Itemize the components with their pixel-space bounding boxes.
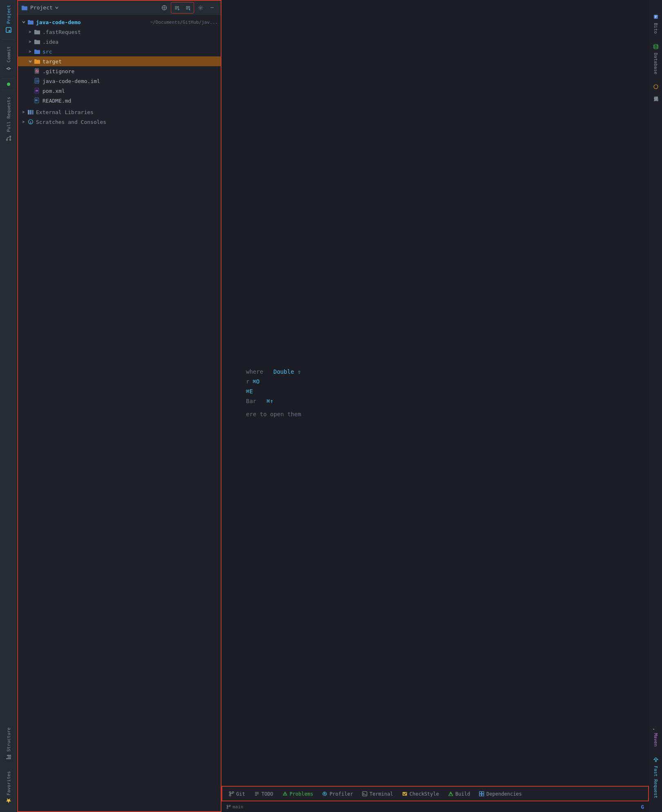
arrow-fastRequest: [27, 29, 34, 35]
tree-item-root[interactable]: java-code-demo ~/Documents/GitHub/jav...: [17, 17, 221, 27]
tree-item-iml[interactable]: iml java-code-demo.iml: [17, 76, 221, 86]
svg-rect-8: [6, 758, 11, 759]
svg-point-60: [654, 44, 658, 46]
bottom-tab-dependencies[interactable]: Dependencies: [475, 790, 526, 799]
sidebar-item-pull-requests[interactable]: Pull Requests: [4, 92, 13, 146]
svg-point-57: [229, 805, 230, 806]
svg-text:m: m: [653, 729, 656, 730]
tree-item-gitignore[interactable]: .gitignore: [17, 66, 221, 76]
bottom-tab-checkstyle[interactable]: CheckStyle: [398, 790, 443, 799]
right-tab-maven[interactable]: m Maven: [651, 720, 660, 751]
database-tab-label: Database: [653, 53, 658, 74]
bottom-tab-problems[interactable]: Problems: [278, 790, 318, 799]
project-panel-title: Project: [30, 4, 59, 11]
fast-request-icon: [653, 757, 659, 763]
todo-tab-label: TODO: [262, 791, 273, 797]
arrow-libraries: [20, 109, 27, 115]
sidebar-item-favorites[interactable]: Favorites: [4, 766, 13, 809]
libraries-label: External Libraries: [36, 109, 218, 115]
expand-all-button[interactable]: [172, 3, 182, 13]
custom-icon: 代: [653, 84, 659, 90]
branch-icon: [226, 805, 231, 809]
branch-status[interactable]: main: [226, 804, 244, 810]
hint-text-2: r: [246, 378, 249, 385]
fast-request-tab-label: Fast Request: [653, 766, 658, 798]
tree-item-target[interactable]: target: [17, 56, 221, 66]
git-tab-label: Git: [236, 791, 245, 797]
tree-item-idea[interactable]: .idea: [17, 37, 221, 47]
dependencies-tab-label: Dependencies: [486, 791, 522, 797]
readme-label: README.md: [42, 98, 218, 104]
bottom-tab-terminal[interactable]: Terminal: [358, 790, 397, 799]
svg-text:m: m: [36, 89, 38, 92]
sidebar-item-project[interactable]: Project: [4, 0, 13, 38]
header-btn-group: [171, 2, 194, 13]
bottom-tab-build[interactable]: Build: [444, 790, 474, 799]
git-indicator: [0, 80, 17, 88]
tree-item-pom[interactable]: m pom.xml: [17, 86, 221, 96]
collapse-all-button[interactable]: [183, 3, 193, 13]
folder-icon-src: [34, 48, 41, 55]
google-status[interactable]: G: [641, 804, 644, 810]
right-tab-bito[interactable]: Bito: [651, 10, 660, 38]
hint-text-5: ere to open them: [246, 411, 301, 417]
status-bar: main G: [221, 801, 649, 812]
sidebar-item-commit[interactable]: Commit: [4, 41, 13, 76]
arrow-target: [27, 58, 34, 65]
arrow-idea: [27, 38, 34, 45]
main-area: Project: [17, 0, 662, 812]
hint-navigation-bar: Bar ⌘↑: [246, 398, 273, 404]
locate-file-button[interactable]: [159, 3, 169, 13]
profiler-icon: [322, 791, 327, 796]
svg-point-46: [324, 793, 325, 794]
sidebar-item-structure[interactable]: Structure: [4, 722, 13, 765]
git-dot: [7, 83, 10, 86]
arrow-root: [20, 19, 27, 25]
dependencies-icon: [479, 791, 484, 796]
todo-icon: [254, 791, 259, 796]
left-toolbar: Project Commit Pull Requests: [0, 0, 17, 812]
hide-panel-button[interactable]: −: [207, 3, 217, 13]
file-icon-iml: iml: [34, 77, 41, 85]
svg-rect-31: [28, 110, 29, 114]
file-icon-gitignore: [34, 67, 41, 75]
git-icon: [229, 791, 234, 796]
problems-tab-label: Problems: [290, 791, 313, 797]
svg-point-6: [6, 139, 7, 141]
scratches-label: Scratches and Consoles: [36, 119, 218, 125]
svg-text:MD: MD: [35, 99, 38, 101]
svg-rect-33: [32, 110, 34, 114]
right-tab-custom[interactable]: 代 代码定义源: [651, 80, 660, 97]
bottom-tab-git[interactable]: Git: [225, 790, 249, 799]
checkstyle-icon: [402, 791, 407, 796]
tree-item-fastRequest[interactable]: .fastRequest: [17, 27, 221, 37]
svg-rect-53: [479, 794, 481, 796]
build-tab-label: Build: [455, 791, 470, 797]
svg-rect-1: [9, 30, 10, 31]
right-tab-fast-request[interactable]: Fast Request: [651, 753, 660, 802]
pull-requests-tab-label: Pull Requests: [6, 97, 11, 132]
separator-1: [2, 39, 15, 40]
header-actions: −: [159, 2, 217, 13]
bottom-tab-todo[interactable]: TODO: [250, 790, 277, 799]
root-folder-icon: [27, 18, 34, 26]
folder-icon-fastRequest: [34, 28, 41, 36]
right-tab-database[interactable]: Database: [651, 40, 660, 79]
svg-rect-9: [8, 756, 11, 757]
folder-icon-target: [34, 58, 41, 65]
tree-item-libraries[interactable]: External Libraries: [17, 107, 221, 117]
tree-item-scratches[interactable]: s Scratches and Consoles: [17, 117, 221, 127]
tree-item-readme[interactable]: MD README.md: [17, 96, 221, 105]
editor-area: where Double ⇧ r ⌘O ⌘E Bar ⌘↑ ere to ope…: [221, 0, 649, 786]
content-wrapper: where Double ⇧ r ⌘O ⌘E Bar ⌘↑ ere to ope…: [221, 0, 649, 812]
google-icon: G: [641, 804, 644, 810]
bito-icon: [653, 14, 659, 20]
root-path: ~/Documents/GitHub/jav...: [150, 20, 218, 25]
tree-item-src[interactable]: src: [17, 47, 221, 56]
bottom-tab-profiler[interactable]: Profiler: [318, 790, 357, 799]
project-dropdown-icon[interactable]: [55, 6, 59, 10]
svg-rect-0: [6, 27, 11, 32]
problems-icon: [282, 791, 288, 796]
folder-icon-idea: [34, 38, 41, 45]
settings-button[interactable]: [196, 3, 206, 13]
